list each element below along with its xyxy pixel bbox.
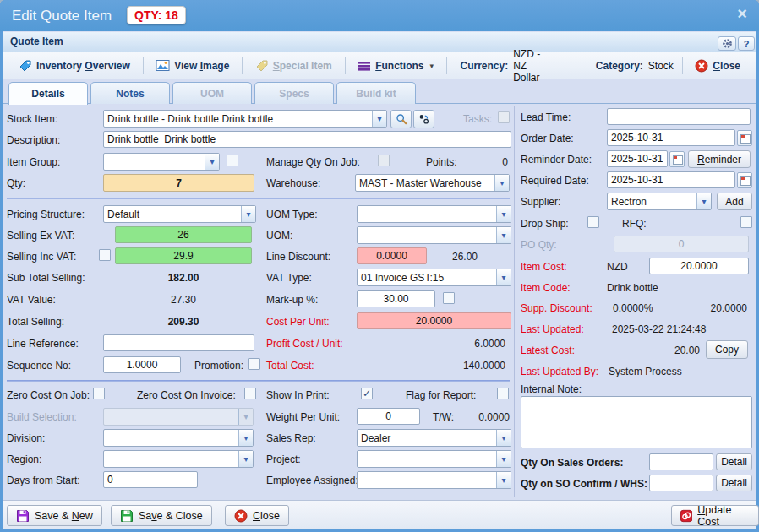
tasks-checkbox xyxy=(498,111,510,123)
required-date-label: Required Date: xyxy=(521,175,589,187)
tab-uom: UOM xyxy=(172,82,252,104)
menu-bars-icon xyxy=(358,60,371,72)
line-discount-amount: 26.00 xyxy=(431,251,499,263)
reminder-date-input[interactable] xyxy=(607,150,668,167)
stock-replace-button[interactable] xyxy=(413,110,434,128)
qty-sales-orders-detail-button[interactable]: Detail xyxy=(716,453,752,470)
edit-quote-item-window: Edit Quote Item QTY: 18 × Quote Item ? I… xyxy=(0,0,759,532)
last-updated-by-value: System Process xyxy=(609,366,682,377)
uom-type-select[interactable] xyxy=(357,205,511,223)
qty-sales-orders-input[interactable] xyxy=(649,453,713,470)
functions-button[interactable]: Functions ▾ xyxy=(350,57,441,75)
last-updated-label: Last Updated: xyxy=(521,323,584,335)
currency-label: Currency: xyxy=(460,60,508,72)
days-from-start-input[interactable] xyxy=(103,471,198,488)
view-image-button[interactable]: View Image xyxy=(148,56,237,75)
vat-type-select[interactable]: 01 Invoice GST:15 xyxy=(357,269,511,286)
reminder-button[interactable]: Reminder xyxy=(688,150,751,168)
weight-per-unit-input[interactable] xyxy=(357,408,420,425)
calendar-icon[interactable] xyxy=(737,130,752,146)
required-date-input[interactable] xyxy=(607,171,735,188)
item-cost-input[interactable] xyxy=(649,258,749,274)
internal-note-textarea[interactable] xyxy=(521,396,752,448)
sales-rep-select[interactable]: Dealer xyxy=(357,429,511,447)
zero-cost-job-checkbox[interactable] xyxy=(93,388,105,399)
tag-icon xyxy=(255,59,269,73)
lead-time-input[interactable] xyxy=(607,108,751,125)
line-reference-input[interactable] xyxy=(103,334,254,351)
employee-assigned-select[interactable] xyxy=(357,471,511,489)
qty-so-confirm-input[interactable] xyxy=(649,475,713,491)
window-close-icon[interactable]: × xyxy=(737,4,747,24)
functions-label: Functions xyxy=(375,60,423,72)
qty-so-confirm-detail-button[interactable]: Detail xyxy=(716,475,752,491)
update-cost-icon xyxy=(680,509,692,523)
cost-per-unit-input[interactable] xyxy=(357,312,511,329)
sub-total-selling-label: Sub Total Selling: xyxy=(7,272,85,284)
supplier-select[interactable]: Rectron xyxy=(607,193,712,210)
chevron-down-icon xyxy=(238,430,253,446)
toolbar: Inventory Overview View Image Special It… xyxy=(3,52,756,79)
build-selection-select xyxy=(103,408,254,426)
inventory-overview-button[interactable]: Inventory Overview xyxy=(11,56,138,76)
tab-details[interactable]: Details xyxy=(8,82,88,105)
zero-cost-invoice-checkbox[interactable] xyxy=(244,388,256,399)
supp-discount-label: Supp. Discount: xyxy=(521,302,592,314)
swap-icon xyxy=(418,113,430,125)
tab-notes[interactable]: Notes xyxy=(90,82,170,104)
profit-cost-unit-label: Profit Cost / Unit: xyxy=(266,338,343,350)
tag-icon xyxy=(19,59,32,73)
calendar-icon[interactable] xyxy=(737,172,752,188)
stock-item-select[interactable]: Drink bottle - Drink bottle Drink bottle xyxy=(103,110,387,128)
section-divider xyxy=(7,380,510,382)
latest-cost-label: Latest Cost: xyxy=(521,345,575,356)
uom-type-label: UOM Type: xyxy=(266,209,317,220)
calendar-icon[interactable] xyxy=(669,151,685,167)
uom-label: UOM: xyxy=(266,230,292,242)
supplier-add-button[interactable]: Add xyxy=(717,193,752,210)
save-icon xyxy=(16,509,30,523)
sales-rep-label: Sales Rep: xyxy=(266,432,316,444)
settings-button[interactable] xyxy=(718,36,736,51)
description-input[interactable] xyxy=(103,131,511,148)
region-select[interactable] xyxy=(103,450,254,468)
title-bar: Edit Quote Item QTY: 18 × xyxy=(0,0,759,31)
sequence-no-input[interactable] xyxy=(103,356,181,373)
view-image-label: View Image xyxy=(174,60,229,72)
selling-ex-vat-input[interactable] xyxy=(115,226,252,243)
item-group-select[interactable] xyxy=(103,153,220,171)
chevron-down-icon xyxy=(494,175,509,191)
group-title: Quote Item xyxy=(10,35,63,47)
item-group-checkbox[interactable] xyxy=(227,155,238,166)
footer-close-button[interactable]: Close xyxy=(225,505,289,526)
warehouse-select[interactable]: MAST - Master Warehouse xyxy=(355,174,510,192)
division-select[interactable] xyxy=(103,429,254,447)
selling-inc-vat-input[interactable] xyxy=(115,247,252,264)
toolbar-close-button[interactable]: Close xyxy=(687,56,748,76)
save-and-new-button[interactable]: Save & New xyxy=(7,505,102,526)
region-label: Region: xyxy=(7,453,41,465)
update-cost-button[interactable]: Update Cost xyxy=(671,505,759,526)
order-date-input[interactable] xyxy=(607,129,735,146)
uom-select[interactable] xyxy=(357,226,511,244)
chevron-down-icon xyxy=(696,193,711,209)
help-button[interactable]: ? xyxy=(738,36,755,51)
rfq-checkbox[interactable] xyxy=(740,216,752,228)
flag-for-report-checkbox[interactable] xyxy=(497,388,509,399)
markup-checkbox[interactable] xyxy=(443,292,455,304)
stock-search-button[interactable] xyxy=(390,110,412,128)
qty-input[interactable] xyxy=(103,174,254,192)
markup-input[interactable] xyxy=(357,290,435,307)
show-in-print-checkbox[interactable] xyxy=(361,388,373,399)
project-select[interactable] xyxy=(357,450,511,468)
drop-ship-checkbox[interactable] xyxy=(587,216,599,228)
selling-inc-vat-checkbox[interactable] xyxy=(99,249,111,261)
line-discount-input[interactable] xyxy=(357,247,427,264)
panel-divider xyxy=(514,106,515,497)
chevron-down-icon xyxy=(238,409,253,425)
pricing-structure-select[interactable]: Default xyxy=(103,205,256,223)
save-and-close-button[interactable]: Save & Close xyxy=(111,505,212,526)
copy-button[interactable]: Copy xyxy=(706,340,748,359)
chevron-down-icon xyxy=(496,269,511,285)
promotion-checkbox[interactable] xyxy=(248,358,260,370)
